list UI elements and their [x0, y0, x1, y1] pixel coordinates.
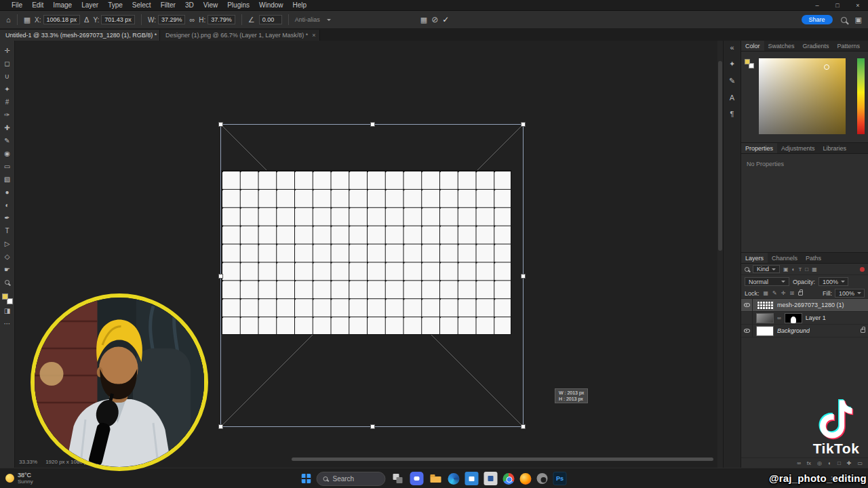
menu-edit[interactable]: Edit — [27, 1, 48, 9]
tab-adjustments[interactable]: Adjustments — [777, 143, 819, 153]
tab-swatches[interactable]: Swatches — [764, 41, 799, 51]
angle-input[interactable]: 0.00 — [259, 15, 282, 24]
zoom-level[interactable]: 33.33% — [19, 459, 37, 465]
relative-position-icon[interactable]: Δ — [84, 16, 89, 24]
microsoft-store-icon[interactable] — [465, 472, 479, 485]
weather-widget[interactable]: 38°C Sunny — [0, 472, 62, 485]
opacity-dropdown[interactable]: 100% — [818, 277, 848, 286]
home-icon[interactable]: ⌂ — [6, 16, 11, 24]
blend-mode-dropdown[interactable]: Normal — [745, 277, 789, 286]
firefox-icon[interactable] — [520, 473, 532, 485]
kind-filter-dropdown[interactable]: Kind — [753, 265, 780, 273]
path-selection-tool[interactable]: ▷ — [0, 237, 15, 250]
tab-gradients[interactable]: Gradients — [799, 41, 833, 51]
shape-filter-icon[interactable]: □ — [805, 266, 808, 272]
lock-pixels-icon[interactable]: ✎ — [772, 290, 777, 296]
scrollbar-thumb[interactable] — [718, 61, 722, 251]
shape-tool[interactable]: ◇ — [0, 250, 15, 263]
layer-thumbnail[interactable] — [756, 313, 774, 323]
tab-color[interactable]: Color — [741, 41, 764, 51]
pixel-filter-icon[interactable]: ▣ — [783, 266, 789, 272]
transform-bounding-box[interactable] — [220, 124, 524, 427]
menu-select[interactable]: Select — [127, 1, 156, 9]
menu-filter[interactable]: Filter — [156, 1, 180, 9]
menu-file[interactable]: File — [7, 1, 27, 9]
eyedropper-tool[interactable]: ✑ — [0, 108, 15, 121]
tab-layers[interactable]: Layers — [741, 253, 768, 263]
lock-all-icon[interactable] — [798, 291, 803, 296]
start-button[interactable] — [302, 474, 311, 483]
x-input[interactable]: 1006.18 px — [43, 15, 81, 24]
restore-button[interactable]: □ — [827, 0, 848, 11]
dodge-tool[interactable]: ◐ — [0, 199, 15, 211]
type-tool[interactable]: T — [0, 224, 15, 237]
filter-toggle[interactable] — [860, 267, 865, 272]
minimize-button[interactable]: – — [807, 0, 827, 11]
visibility-toggle[interactable] — [741, 299, 753, 311]
fill-dropdown[interactable]: 100% — [835, 289, 865, 298]
brush-settings-icon[interactable]: ✎ — [729, 77, 735, 85]
transform-handle-ne[interactable] — [521, 122, 526, 127]
chrome-icon[interactable] — [503, 473, 515, 485]
color-picker-indicator[interactable] — [824, 64, 829, 70]
search-icon[interactable] — [841, 17, 847, 23]
brush-tool[interactable]: ✎ — [0, 134, 15, 147]
width-input[interactable]: 37.29% — [158, 15, 186, 24]
mesh-grid-image[interactable] — [221, 170, 511, 335]
lasso-tool[interactable]: ∪ — [0, 70, 15, 83]
edge-browser-icon[interactable] — [448, 473, 460, 485]
delete-layer-icon[interactable]: ▭ — [857, 460, 863, 466]
menu-3d[interactable]: 3D — [180, 1, 199, 9]
foreground-color-swatch[interactable] — [2, 293, 8, 300]
foreground-color-swatch[interactable] — [745, 59, 750, 64]
transform-handle-w[interactable] — [218, 274, 223, 279]
layer-name[interactable]: Layer 1 — [806, 314, 826, 321]
document-tab-inactive[interactable]: Designer (1).png @ 66.7% (Layer 1, Layer… — [160, 30, 320, 41]
transform-handle-nw[interactable] — [218, 122, 223, 127]
layer-mask-thumbnail[interactable] — [785, 313, 802, 323]
tab-libraries[interactable]: Libraries — [819, 143, 851, 153]
type-filter-icon[interactable]: T — [798, 266, 802, 272]
y-input[interactable]: 701.43 px — [101, 15, 135, 24]
transform-handle-e[interactable] — [521, 274, 526, 279]
screen-mode-icon[interactable]: ⋯ — [0, 317, 15, 330]
menu-help[interactable]: Help — [288, 1, 312, 9]
adjustment-filter-icon[interactable]: ◐ — [792, 266, 795, 272]
interpolation-dropdown[interactable]: Anti-alias — [295, 16, 320, 23]
smart-object-filter-icon[interactable]: ▦ — [812, 266, 817, 272]
hue-slider[interactable] — [857, 58, 865, 134]
transform-handle-sw[interactable] — [218, 424, 223, 429]
file-explorer-icon[interactable] — [429, 472, 443, 485]
new-layer-icon[interactable]: ✚ — [847, 460, 852, 466]
taskbar-search[interactable]: Search — [317, 472, 386, 486]
layer-group-icon[interactable]: □ — [837, 460, 841, 466]
filter-search-icon[interactable] — [745, 267, 749, 272]
workspace-icon[interactable]: ▣ — [855, 16, 862, 24]
vertical-scrollbar[interactable] — [717, 41, 723, 468]
layer-thumbnail[interactable] — [756, 300, 774, 310]
collapse-panels-icon[interactable]: « — [730, 43, 734, 52]
horizontal-scrollbar[interactable] — [292, 458, 713, 461]
menu-window[interactable]: Window — [254, 1, 288, 9]
tab-properties[interactable]: Properties — [741, 143, 777, 153]
mask-link-icon[interactable]: ∞ — [777, 315, 781, 321]
layer-name[interactable]: mesh-2697073_1280 (1) — [777, 302, 844, 308]
tab-paths[interactable]: Paths — [802, 253, 825, 263]
task-view-button[interactable] — [391, 472, 405, 485]
transform-handle-se[interactable] — [521, 424, 526, 429]
zoom-tool[interactable] — [0, 276, 15, 289]
character-panel-icon[interactable]: A — [730, 94, 734, 102]
document-tab-active[interactable]: Untitled-1 @ 33.3% (mesh-2697073_1280 (1… — [0, 30, 160, 41]
lock-position-icon[interactable]: ✛ — [781, 290, 786, 296]
paragraph-panel-icon[interactable]: ¶ — [730, 110, 734, 118]
visibility-toggle[interactable] — [741, 325, 753, 337]
office-icon[interactable] — [484, 472, 498, 485]
saturation-picker[interactable] — [759, 58, 846, 134]
layer-row-mesh[interactable]: mesh-2697073_1280 (1) — [741, 299, 868, 312]
gradient-tool[interactable]: ▧ — [0, 173, 15, 186]
tab-patterns[interactable]: Patterns — [833, 41, 865, 51]
commit-transform-button[interactable]: ✓ — [442, 15, 449, 24]
layer-effects-icon[interactable]: fx — [807, 460, 811, 466]
tab-channels[interactable]: Channels — [768, 253, 802, 263]
blur-tool[interactable]: ● — [0, 186, 15, 199]
